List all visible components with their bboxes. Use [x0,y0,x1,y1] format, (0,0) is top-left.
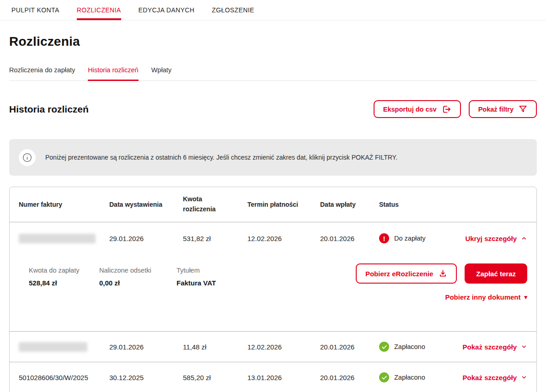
issue-date-cell: 30.12.2025 [109,374,183,381]
status-label: Do zapłaty [394,235,426,242]
unpaid-exclamation-icon: ! [379,233,389,243]
field-value: 528,84 zł [29,279,99,287]
issue-date-cell: 29.01.2026 [109,235,183,242]
field-kwota-do-zaplaty: Kwota do zapłaty 528,84 zł [29,267,99,287]
due-date-cell: 12.02.2026 [247,343,320,351]
invoice-number-cell: 501028606/30/W/2025 [19,374,109,381]
download-icon [439,269,447,278]
page-title: Rozliczenia [9,34,537,49]
field-value: Faktura VAT [177,279,216,287]
status-label: Zapłacono [394,343,425,350]
section-header: Historia rozliczeń Eksportuj do csv Poka… [9,100,537,118]
amount-cell: 531,82 zł [183,235,247,242]
table-row: 29.01.2026 531,82 zł 12.02.2026 20.01.20… [10,222,536,254]
show-details-label: Pokaż szczegóły [463,374,517,381]
download-einvoice-button[interactable]: Pobierz eRozliczenie [356,263,457,284]
download-einvoice-label: Pobierz eRozliczenie [365,270,433,278]
header-termin-platnosci: Termin płatności [247,201,320,208]
info-banner-text: Poniżej prezentowane są rozliczenia z os… [45,154,397,161]
paid-check-icon [379,372,389,382]
nav-item-zgloszenie[interactable]: ZGŁOSZENIE [212,0,254,20]
top-navigation: PULPIT KONTA ROZLICZENIA EDYCJA DANYCH Z… [0,0,546,21]
invoice-number-cell [19,342,109,352]
field-value: 0,00 zł [99,279,177,287]
nav-item-pulpit-konta[interactable]: PULPIT KONTA [11,0,59,20]
show-details-link[interactable]: Pokaż szczegóły [457,374,527,381]
export-csv-label: Eksportuj do csv [383,106,437,113]
nav-item-rozliczenia[interactable]: ROZLICZENIA [77,0,121,20]
show-details-label: Pokaż szczegóły [463,343,517,351]
due-date-cell: 13.01.2026 [247,374,320,381]
due-date-cell: 12.02.2026 [247,235,320,242]
nav-item-edycja-danych[interactable]: EDYCJA DANYCH [139,0,195,20]
section-buttons: Eksportuj do csv Pokaż filtry [374,100,537,118]
download-other-document-label: Pobierz inny dokument [445,293,520,301]
header-data-wplaty: Data wpłaty [320,201,379,208]
show-filters-button[interactable]: Pokaż filtry [469,100,537,118]
show-filters-label: Pokaż filtry [478,106,514,113]
invoice-number-redacted [19,342,87,352]
status-cell: Zapłacono [379,372,457,382]
download-other-document-link[interactable]: Pobierz inny dokument ▾ [445,293,527,301]
chevron-up-icon [521,235,527,242]
status-label: Zapłacono [394,374,425,381]
payment-date-cell: 20.01.2026 [320,343,379,351]
tab-rozliczenia-do-zaplaty[interactable]: Rozliczenia do zapłaty [9,66,75,81]
hide-details-label: Ukryj szczegóły [465,235,517,242]
field-label: Tytułem [177,267,216,274]
tab-historia-rozliczen[interactable]: Historia rozliczeń [88,66,138,81]
field-naliczone-odsetki: Naliczone odsetki 0,00 zł [99,267,177,287]
status-cell: ! Do zapłaty [379,233,457,243]
expanded-details-panel: Kwota do zapłaty 528,84 zł Naliczone ods… [10,254,536,332]
section-heading: Historia rozliczeń [9,104,89,115]
header-data-wystawienia: Data wystawienia [109,201,183,208]
table-header-row: Numer faktury Data wystawienia Kwota roz… [10,187,536,222]
info-icon [19,149,36,166]
header-kwota-rozliczenia: Kwota rozliczenia [183,194,247,214]
invoice-number-redacted [19,234,96,243]
filter-icon [519,105,527,113]
chevron-down-icon [521,374,527,381]
issue-date-cell: 29.01.2026 [109,343,183,351]
info-banner: Poniżej prezentowane są rozliczenia z os… [9,139,537,176]
hide-details-link[interactable]: Ukryj szczegóły [457,235,527,242]
payment-date-cell: 20.01.2026 [320,235,379,242]
payment-date-cell: 20.01.2026 [320,374,379,381]
header-numer-faktury: Numer faktury [19,201,109,208]
chevron-down-icon [521,344,527,350]
invoice-number-cell [19,234,109,243]
expanded-actions: Pobierz eRozliczenie Zapłać teraz Pobier… [356,263,527,301]
table-row: 29.01.2026 11,48 zł 12.02.2026 20.01.202… [10,332,536,362]
export-icon [442,105,451,114]
status-cell: Zapłacono [379,342,457,352]
table-row: 501028606/30/W/2025 30.12.2025 585,20 zł… [10,362,536,392]
page-container: Rozliczenia Rozliczenia do zapłaty Histo… [0,34,546,392]
billing-history-table: Numer faktury Data wystawienia Kwota roz… [9,187,537,392]
show-details-link[interactable]: Pokaż szczegóły [457,343,527,351]
header-status: Status [379,201,457,208]
dropdown-triangle-icon: ▾ [524,294,527,300]
paid-check-icon [379,342,389,352]
pay-now-button[interactable]: Zapłać teraz [465,263,527,284]
field-label: Kwota do zapłaty [29,267,99,274]
field-tytulem: Tytułem Faktura VAT [177,267,216,287]
tab-wplaty[interactable]: Wpłaty [151,66,171,81]
export-csv-button[interactable]: Eksportuj do csv [374,100,461,118]
amount-cell: 585,20 zł [183,374,247,381]
tab-bar: Rozliczenia do zapłaty Historia rozlicze… [9,66,537,81]
field-label: Naliczone odsetki [99,267,177,274]
amount-cell: 11,48 zł [183,343,247,351]
